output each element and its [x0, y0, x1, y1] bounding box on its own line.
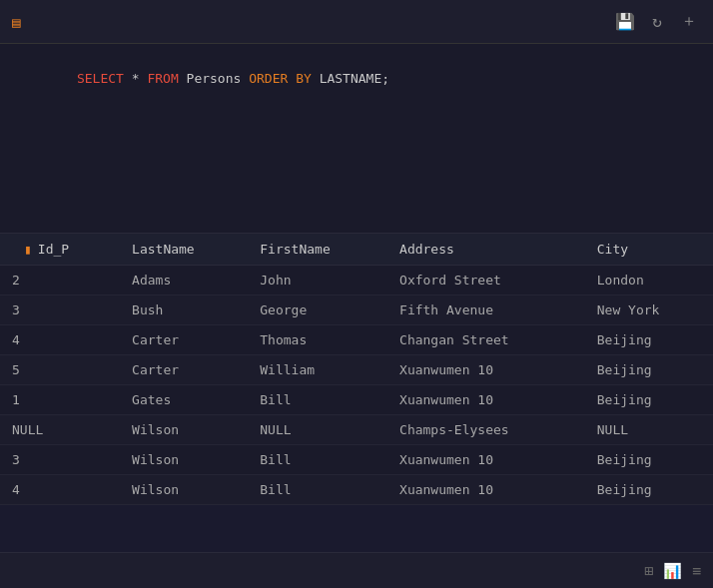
col-header-address: Address	[387, 234, 585, 266]
table-row: 4WilsonBillXuanwumen 10Beijing	[0, 475, 713, 505]
cell-city: NULL	[585, 415, 713, 445]
cell-id: NULL	[0, 415, 120, 445]
table-row: 4CarterThomasChangan StreetBeijing	[0, 325, 713, 355]
cell-address: Oxford Street	[387, 266, 585, 295]
cell-lastname: Carter	[120, 355, 248, 385]
table-row: 3WilsonBillXuanwumen 10Beijing	[0, 445, 713, 475]
cell-address: Xuanwumen 10	[387, 475, 585, 505]
save-button[interactable]: 💾	[613, 10, 637, 34]
line-number	[0, 56, 30, 57]
orderby-keyword: ORDER BY	[249, 71, 312, 86]
sql-editor[interactable]: SELECT * FROM Persons ORDER BY LASTNAME;	[0, 44, 713, 234]
cell-lastname: Gates	[120, 385, 248, 415]
cell-city: Beijing	[585, 445, 713, 475]
cell-city: Beijing	[585, 325, 713, 355]
title-bar-actions: 💾 ↻ ＋	[613, 10, 701, 34]
cell-lastname: Wilson	[120, 415, 248, 445]
table-row: 5CarterWilliamXuanwumen 10Beijing	[0, 355, 713, 385]
cell-id: 1	[0, 385, 120, 415]
cell-address: Xuanwumen 10	[387, 385, 585, 415]
results-area: ▮Id_P LastName FirstName Address City 2A…	[0, 234, 713, 505]
cell-firstname: William	[248, 355, 387, 385]
grid-view-button[interactable]: ⊞	[644, 562, 653, 580]
sql-column: LASTNAME;	[312, 71, 389, 86]
cell-lastname: Adams	[120, 266, 248, 295]
cell-address: Changan Street	[387, 325, 585, 355]
cell-firstname: Bill	[248, 475, 387, 505]
mariadb-icon: ▤	[12, 14, 20, 30]
col-header-city: City	[585, 234, 713, 266]
sql-star: *	[124, 71, 147, 86]
cell-address: Fifth Avenue	[387, 295, 585, 325]
select-keyword: SELECT	[77, 71, 124, 86]
cell-id: 5	[0, 355, 120, 385]
cell-id: 3	[0, 445, 120, 475]
col-header-lastname: LastName	[120, 234, 248, 266]
table-row: 3BushGeorgeFifth AvenueNew York	[0, 295, 713, 325]
list-view-button[interactable]: ≡	[692, 562, 701, 580]
refresh-button[interactable]: ↻	[645, 10, 669, 34]
sql-table: Persons	[179, 71, 249, 86]
cell-id: 2	[0, 266, 120, 295]
cell-address: Champs-Elysees	[387, 415, 585, 445]
cell-address: Xuanwumen 10	[387, 445, 585, 475]
col-indicator: ▮	[24, 242, 32, 257]
cell-lastname: Carter	[120, 325, 248, 355]
cell-id: 4	[0, 325, 120, 355]
table-row: NULLWilsonNULLChamps-ElyseesNULL	[0, 415, 713, 445]
cell-firstname: Bill	[248, 385, 387, 415]
cell-address: Xuanwumen 10	[387, 355, 585, 385]
table-row: 2AdamsJohnOxford StreetLondon	[0, 266, 713, 295]
from-keyword: FROM	[147, 71, 178, 86]
cell-firstname: Bill	[248, 445, 387, 475]
col-header-id: ▮Id_P	[0, 234, 120, 266]
cell-id: 3	[0, 295, 120, 325]
cell-city: London	[585, 266, 713, 295]
cell-city: Beijing	[585, 385, 713, 415]
col-header-firstname: FirstName	[248, 234, 387, 266]
cell-firstname: Thomas	[248, 325, 387, 355]
cell-lastname: Wilson	[120, 475, 248, 505]
cell-firstname: John	[248, 266, 387, 295]
cell-lastname: Bush	[120, 295, 248, 325]
cell-firstname: NULL	[248, 415, 387, 445]
cell-city: Beijing	[585, 475, 713, 505]
table-row: 1GatesBillXuanwumen 10Beijing	[0, 385, 713, 415]
bottom-bar: ⊞ 📊 ≡	[0, 552, 713, 588]
chart-view-button[interactable]: 📊	[663, 562, 682, 580]
sql-code: SELECT * FROM Persons ORDER BY LASTNAME;	[30, 56, 389, 101]
cell-firstname: George	[248, 295, 387, 325]
cell-city: Beijing	[585, 355, 713, 385]
cell-city: New York	[585, 295, 713, 325]
cell-lastname: Wilson	[120, 445, 248, 475]
results-table: ▮Id_P LastName FirstName Address City 2A…	[0, 234, 713, 505]
cell-id: 4	[0, 475, 120, 505]
sql-line-1: SELECT * FROM Persons ORDER BY LASTNAME;	[0, 54, 713, 103]
table-header-row: ▮Id_P LastName FirstName Address City	[0, 234, 713, 266]
title-bar: ▤ 💾 ↻ ＋	[0, 0, 713, 44]
add-button[interactable]: ＋	[677, 10, 701, 34]
table-body: 2AdamsJohnOxford StreetLondon3BushGeorge…	[0, 266, 713, 505]
